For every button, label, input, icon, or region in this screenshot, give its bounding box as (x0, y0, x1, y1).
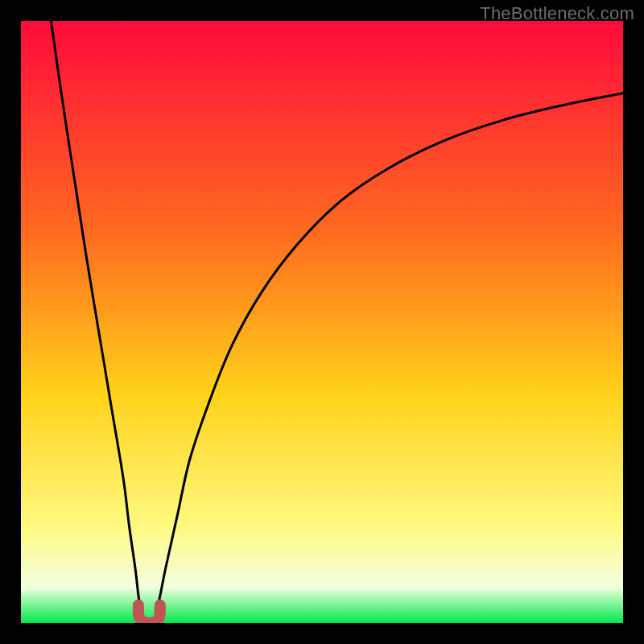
plot-area (21, 21, 623, 623)
chart-frame: TheBottleneck.com (0, 0, 644, 644)
chart-svg (21, 21, 623, 623)
